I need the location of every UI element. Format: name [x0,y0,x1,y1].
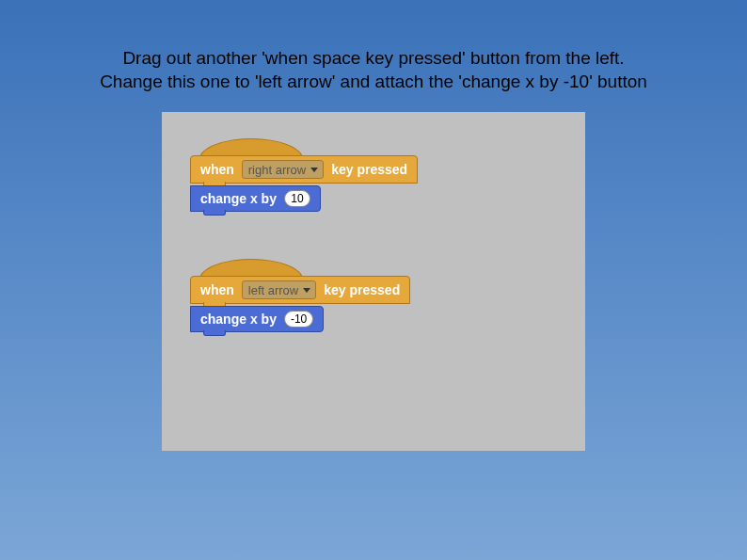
script-group[interactable]: when right arrow key pressed change x by… [190,138,557,212]
hat-prefix-label: when [200,282,234,297]
scratch-script-area[interactable]: when right arrow key pressed change x by… [162,112,585,451]
key-dropdown[interactable]: left arrow [242,280,316,299]
change-x-by-block[interactable]: change x by -10 [190,306,557,332]
instruction-text: Drag out another 'when space key pressed… [0,0,747,93]
instruction-line-1: Drag out another 'when space key pressed… [0,47,747,71]
stack-label: change x by [200,191,277,206]
stack-label: change x by [200,312,277,327]
number-value: 10 [291,192,303,205]
dropdown-value: left arrow [248,283,298,297]
script-group[interactable]: when left arrow key pressed change x by … [190,259,557,332]
hat-prefix-label: when [200,162,234,177]
number-input[interactable]: 10 [284,190,310,207]
dropdown-value: right arrow [248,163,306,177]
number-value: -10 [291,312,307,326]
key-dropdown[interactable]: right arrow [242,160,324,179]
instruction-line-2: Change this one to 'left arrow' and atta… [0,71,747,94]
when-key-pressed-hat-block[interactable]: when right arrow key pressed [190,138,557,184]
when-key-pressed-hat-block[interactable]: when left arrow key pressed [190,259,557,304]
number-input[interactable]: -10 [284,311,313,328]
change-x-by-block[interactable]: change x by 10 [190,185,557,212]
hat-suffix-label: key pressed [324,282,400,297]
hat-suffix-label: key pressed [331,162,407,177]
